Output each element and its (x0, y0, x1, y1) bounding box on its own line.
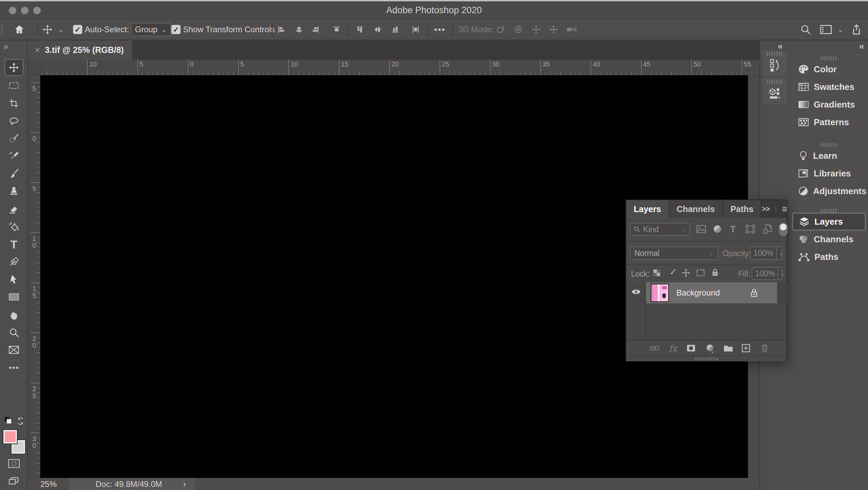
ruler-corner[interactable] (28, 60, 40, 75)
dock-item-channels[interactable]: Channels (791, 230, 867, 248)
rectangular-marquee-tool[interactable] (4, 77, 23, 94)
lock-all-icon[interactable] (711, 268, 719, 277)
lock-pixels-icon[interactable] (668, 268, 676, 277)
dock-item-gradients[interactable]: Gradients (791, 96, 867, 113)
tools-overflow-icon[interactable]: » (3, 42, 7, 52)
new-adjustment-layer-button[interactable] (705, 343, 715, 353)
screen-mode-button[interactable] (4, 472, 23, 489)
panel-overflow-icon[interactable]: >> (762, 205, 770, 213)
filter-pixel-layers-icon[interactable] (696, 224, 707, 234)
layer-visibility-eye-icon[interactable] (631, 288, 641, 296)
dock-item-color[interactable]: Color (791, 60, 867, 78)
eraser-tool[interactable] (4, 201, 23, 218)
tab-paths[interactable]: Paths (723, 200, 762, 218)
dock-item-layers[interactable]: Layers (792, 213, 866, 230)
paint-bucket-tool[interactable] (4, 218, 23, 235)
3d-slide-icon[interactable] (549, 24, 559, 35)
distribute-horizontal-button[interactable] (332, 25, 341, 34)
align-vertical-centers-button[interactable] (373, 25, 382, 34)
auto-select-dropdown[interactable]: Group ⌄ (131, 23, 171, 36)
align-top-edges-button[interactable] (355, 25, 364, 34)
align-horizontal-centers-button[interactable] (295, 25, 303, 34)
opacity-field[interactable]: 100% ⌄ (750, 246, 782, 260)
options-bar-gripper[interactable] (1, 24, 3, 36)
brush-tool[interactable] (4, 165, 23, 182)
lock-position-icon[interactable] (682, 268, 690, 277)
3d-pan-icon[interactable] (531, 24, 541, 35)
filter-kind-dropdown[interactable]: Kind ⌄ (630, 223, 690, 236)
vertical-ruler[interactable]: 5051 01 52 02 53 0 (31, 75, 40, 478)
new-layer-button[interactable] (742, 344, 750, 353)
filter-shape-layers-icon[interactable] (746, 225, 755, 233)
quick-selection-tool[interactable] (4, 130, 23, 147)
workspace-chevron-icon[interactable]: ⌄ (837, 25, 844, 34)
more-options-icon[interactable]: ••• (434, 24, 445, 35)
share-icon[interactable] (851, 24, 862, 35)
align-right-edges-button[interactable] (311, 25, 320, 34)
foreground-color-swatch[interactable] (3, 430, 17, 444)
lasso-tool[interactable] (4, 113, 23, 130)
eyedropper-tool[interactable] (4, 147, 23, 164)
zoom-level-field[interactable]: 25% (40, 478, 57, 490)
shape-tool[interactable] (4, 288, 23, 305)
distribute-vertical-button[interactable] (411, 25, 420, 34)
delete-layer-button[interactable] (760, 343, 769, 353)
crop-tool[interactable] (4, 95, 23, 112)
tab-channels[interactable]: Channels (669, 200, 723, 218)
filter-type-layers-icon[interactable]: T (730, 224, 736, 235)
move-tool-option-icon[interactable] (42, 24, 53, 35)
panel-resize-gripper[interactable] (626, 355, 787, 361)
horizontal-ruler[interactable]: 1050510152025303540455055 (40, 60, 760, 75)
lock-artboard-icon[interactable] (696, 269, 705, 277)
clone-stamp-tool[interactable] (4, 183, 23, 200)
ruler-tick (36, 373, 40, 373)
zoom-tool[interactable] (4, 324, 23, 341)
workspace-switcher-icon[interactable] (820, 24, 832, 35)
show-transform-checkbox[interactable]: ✓ (172, 25, 181, 34)
layer-locked-icon[interactable] (750, 288, 758, 298)
3d-panel-button[interactable] (762, 78, 787, 104)
history-panel-button[interactable] (762, 50, 787, 76)
auto-select-checkbox[interactable]: ✓ (73, 25, 82, 34)
filter-smart-objects-icon[interactable] (763, 224, 772, 234)
layer-row-background[interactable]: Background (646, 282, 777, 303)
pen-tool[interactable] (4, 253, 23, 270)
fill-field[interactable]: 100% ⌄ (752, 267, 782, 280)
dock-item-paths[interactable]: Paths (791, 248, 867, 266)
home-button[interactable] (14, 24, 25, 35)
tool-preset-chevron[interactable]: ⌄ (58, 25, 64, 34)
panel-menu-icon[interactable]: ≡ (782, 204, 787, 214)
frame-tool[interactable] (4, 341, 23, 358)
move-tool[interactable] (4, 59, 23, 76)
layer-thumbnail[interactable] (651, 284, 669, 302)
dock-item-adjustments[interactable]: Adjustments (791, 182, 867, 200)
search-icon[interactable] (800, 24, 811, 35)
dock-item-swatches[interactable]: Swatches (791, 78, 867, 96)
align-bottom-edges-button[interactable] (391, 25, 400, 34)
path-selection-tool[interactable] (4, 271, 23, 288)
doc-info-segment[interactable]: Doc: 49.8M/49.0M › (68, 478, 195, 490)
filter-adjustment-layers-icon[interactable] (713, 225, 722, 233)
hand-tool[interactable] (4, 306, 23, 323)
edit-toolbar-icon[interactable]: ••• (4, 359, 23, 376)
lock-transparency-icon[interactable] (653, 269, 661, 277)
link-layers-button[interactable] (650, 344, 660, 352)
status-chevron-icon[interactable]: › (183, 478, 186, 490)
quick-mask-mode-button[interactable] (4, 455, 23, 472)
new-group-button[interactable] (723, 344, 733, 352)
document-tab[interactable]: × 3.tif @ 25% (RGB/8) (28, 40, 132, 60)
add-layer-mask-button[interactable] (686, 344, 696, 352)
3d-orbit-icon[interactable] (495, 24, 506, 35)
type-tool[interactable]: T (4, 236, 23, 253)
dock-item-libraries[interactable]: Libraries (791, 165, 867, 182)
dock-item-learn[interactable]: Learn (791, 147, 867, 165)
3d-camera-icon[interactable] (566, 24, 576, 35)
filter-toggle-switch[interactable] (779, 223, 788, 236)
align-left-edges-button[interactable] (277, 25, 285, 34)
tab-layers[interactable]: Layers (626, 200, 669, 218)
dock-item-patterns[interactable]: Patterns (791, 113, 867, 131)
close-tab-icon[interactable]: × (35, 45, 40, 56)
layer-style-fx-button[interactable]: fx (669, 343, 677, 353)
blend-mode-dropdown[interactable]: Normal ⌄ (630, 246, 718, 260)
3d-roll-icon[interactable] (513, 24, 524, 35)
